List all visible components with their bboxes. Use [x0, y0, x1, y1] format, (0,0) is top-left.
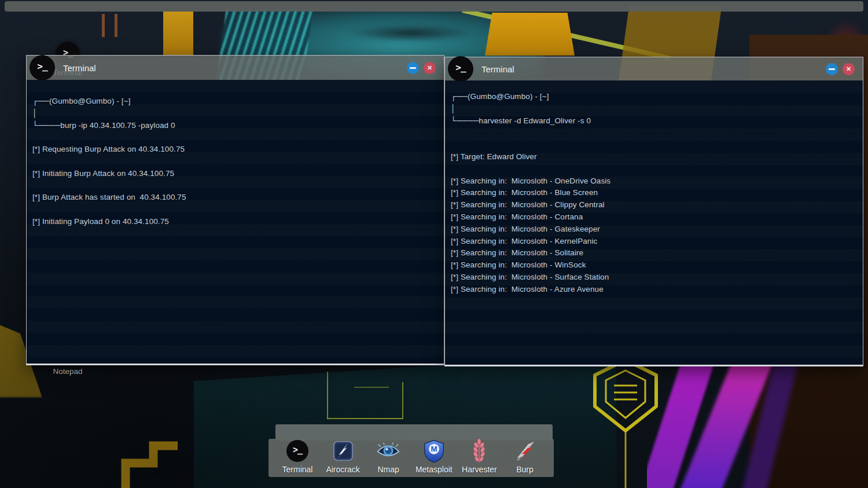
metasploit-icon: M	[423, 438, 445, 464]
window-titlebar[interactable]: >_ Terminal ✕	[27, 56, 444, 80]
terminal-line: [*] Initiating Payload 0 on 40.34.100.75	[32, 216, 439, 228]
terminal-line	[451, 163, 858, 175]
window-title: Terminal	[63, 63, 96, 73]
terminal-line: [*] Searching in: Microsloth - Gateskeep…	[451, 223, 858, 236]
terminal-window-burp: >_ Terminal ✕ ┌──(Gumbo@Gumbo) - [~]│└──…	[26, 55, 444, 365]
terminal-line	[32, 204, 439, 216]
burp-icon	[514, 438, 536, 464]
terminal-line: ┌──(Gumbo@Gumbo) - [~]	[451, 91, 858, 103]
minimize-button[interactable]	[407, 62, 419, 74]
terminal-line: [*] Searching in: Microsloth - KernelPan…	[451, 236, 858, 248]
terminal-line: [*] Searching in: Microsloth - OneDrive …	[451, 175, 858, 188]
dock-item-label: Burp	[516, 465, 534, 474]
window-titlebar[interactable]: >_ Terminal ✕	[445, 57, 863, 80]
dock-item-label: Airocrack	[326, 465, 359, 474]
terminal-window-harvester: >_ Terminal ✕ ┌──(Gumbo@Gumbo) - [~]│└──…	[444, 57, 863, 366]
desktop: >_ Terminal Notepad >_ Terminal ✕ ┌──(Gu…	[0, 0, 868, 488]
terminal-line	[451, 127, 858, 139]
terminal-line: └────burp -ip 40.34.100.75 -payload 0	[32, 120, 439, 132]
dock-item-burp[interactable]: Burp	[503, 438, 547, 474]
terminal-line	[32, 156, 439, 168]
window-controls: ✕	[407, 62, 436, 74]
terminal-line: [*] Requesting Burp Attack on 40.34.100.…	[32, 144, 439, 156]
top-panel[interactable]	[5, 1, 863, 12]
dock-item-airocrack[interactable]: Airocrack	[321, 438, 365, 474]
dock-item-metasploit[interactable]: M Metasploit	[412, 438, 456, 474]
terminal-output[interactable]: ┌──(Gumbo@Gumbo) - [~]│└────harvester -d…	[445, 80, 863, 365]
nmap-icon	[376, 438, 400, 464]
terminal-output[interactable]: ┌──(Gumbo@Gumbo) - [~]│└────burp -ip 40.…	[27, 80, 444, 364]
terminal-line	[32, 131, 439, 144]
terminal-icon: >_	[448, 56, 473, 82]
terminal-line: [*] Searching in: Microsloth - Azure Ave…	[451, 284, 858, 296]
minimize-button[interactable]	[826, 63, 838, 75]
terminal-line: [*] Burp Attack has started on 40.34.100…	[32, 192, 439, 204]
terminal-icon: >_	[30, 55, 55, 80]
dock-item-label: Metasploit	[415, 465, 453, 474]
airocrack-icon	[332, 438, 354, 464]
terminal-line: [*] Searching in: Microsloth - WinSock	[451, 259, 858, 271]
dock-item-harvester[interactable]: Harvester	[457, 438, 501, 474]
window-controls: ✕	[826, 63, 855, 75]
terminal-line: [*] Searching in: Microsloth - Surface S…	[451, 271, 858, 284]
dock-item-label: Nmap	[378, 465, 399, 474]
terminal-line: [*] Initiating Burp Attack on 40.34.100.…	[32, 168, 439, 180]
terminal-line: [*] Searching in: Microsloth - Clippy Ce…	[451, 199, 858, 211]
terminal-line	[451, 139, 858, 151]
terminal-line: [*] Searching in: Microsloth - Solitaire	[451, 247, 858, 259]
dock: >_ Terminal Airocrack	[269, 439, 554, 477]
dock-item-terminal[interactable]: >_ Terminal	[275, 438, 319, 474]
terminal-line	[32, 180, 439, 192]
dock-item-label: Terminal	[282, 465, 313, 474]
terminal-line: └────harvester -d Edward_Oliver -s 0	[451, 115, 858, 127]
dock-item-label: Harvester	[462, 465, 497, 474]
terminal-line: [*] Searching in: Microsloth - Blue Scre…	[451, 187, 858, 199]
terminal-icon: >_	[286, 438, 308, 464]
dock-item-nmap[interactable]: Nmap	[366, 438, 410, 474]
window-title: Terminal	[481, 64, 514, 74]
terminal-line: │	[32, 108, 439, 120]
desktop-icon-label: Notepad	[42, 367, 94, 376]
harvester-icon	[471, 438, 487, 464]
terminal-line: [*] Searching in: Microsloth - Cortana	[451, 211, 858, 223]
close-button[interactable]: ✕	[843, 63, 855, 75]
close-button[interactable]: ✕	[424, 62, 436, 74]
terminal-line: [*] Target: Edward Oliver	[451, 151, 858, 163]
svg-text:M: M	[431, 445, 437, 453]
terminal-line: │	[451, 103, 858, 115]
terminal-line: ┌──(Gumbo@Gumbo) - [~]	[32, 96, 439, 108]
dock-area: >_ Terminal Airocrack	[269, 424, 554, 477]
